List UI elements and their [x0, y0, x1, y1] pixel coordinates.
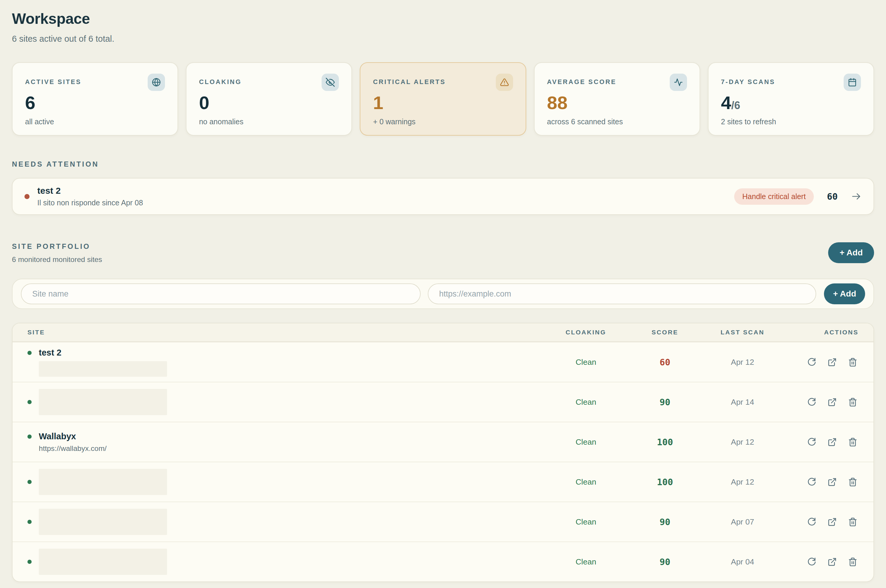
stat-card-7-day-scans: 7-DAY SCANS 4/6 2 sites to refresh: [708, 62, 874, 136]
arrow-right-icon[interactable]: [851, 191, 862, 202]
page-title: Workspace: [12, 10, 874, 27]
handle-critical-alert-badge[interactable]: Handle critical alert: [734, 188, 814, 205]
cloaking-status: Clean: [541, 557, 631, 567]
attention-score: 60: [827, 191, 838, 202]
add-site-form: + Add: [12, 279, 874, 309]
stat-value: 1: [373, 94, 513, 112]
redacted-site-name: [39, 549, 167, 575]
stat-sub: no anomalies: [199, 117, 339, 126]
stat-value: 4/6: [721, 94, 861, 112]
rescan-icon[interactable]: [806, 436, 817, 448]
calendar-icon: [844, 74, 861, 91]
stat-value: 88: [547, 94, 687, 112]
globe-icon: [148, 74, 165, 91]
active-status-dot: [27, 435, 32, 439]
cloaking-status: Clean: [541, 398, 631, 407]
stat-sub: + 0 warnings: [373, 117, 513, 126]
column-header-actions: ACTIONS: [786, 329, 860, 336]
needs-attention-section: NEEDS ATTENTION test 2 Il sito non rispo…: [12, 160, 874, 215]
rescan-icon[interactable]: [806, 476, 817, 488]
table-row: test 2 Clean 60 Apr 12: [12, 342, 874, 382]
table-row: Clean 90 Apr 07: [12, 502, 874, 542]
attention-site-name: test 2: [37, 186, 143, 196]
site-portfolio-heading: SITE PORTFOLIO: [12, 242, 102, 250]
delete-site-icon[interactable]: [847, 436, 859, 448]
workspace-page: Workspace 6 sites active out of 6 total.…: [0, 0, 886, 588]
delete-site-icon[interactable]: [847, 476, 859, 488]
site-score: 90: [631, 397, 699, 407]
cloaking-status: Clean: [541, 477, 631, 487]
stat-value: 6: [25, 94, 165, 112]
stat-value: 0: [199, 94, 339, 112]
cloaking-status: Clean: [541, 438, 631, 447]
last-scan-date: Apr 12: [699, 438, 786, 447]
attention-description: Il sito non risponde since Apr 08: [37, 198, 143, 207]
last-scan-date: Apr 12: [699, 358, 786, 367]
table-row: Clean 90 Apr 04: [12, 542, 874, 582]
last-scan-date: Apr 14: [699, 398, 786, 407]
active-status-dot: [27, 520, 32, 524]
site-score: 90: [631, 517, 699, 527]
last-scan-date: Apr 12: [699, 477, 786, 487]
site-score: 60: [631, 357, 699, 368]
open-site-icon[interactable]: [826, 396, 838, 408]
rescan-icon[interactable]: [806, 556, 817, 568]
open-site-icon[interactable]: [826, 356, 838, 368]
stat-value-suffix: /6: [731, 99, 740, 111]
stat-label: AVERAGE SCORE: [547, 78, 617, 86]
site-name: Wallabyx: [39, 432, 107, 441]
page-subtitle: 6 sites active out of 6 total.: [12, 34, 874, 44]
site-score: 100: [631, 437, 699, 447]
site-url-input[interactable]: [428, 284, 816, 304]
open-site-icon[interactable]: [826, 476, 838, 488]
open-site-icon[interactable]: [826, 436, 838, 448]
site-name-input[interactable]: [21, 284, 421, 304]
needs-attention-item[interactable]: test 2 Il sito non risponde since Apr 08…: [12, 178, 874, 215]
rescan-icon[interactable]: [806, 356, 817, 368]
cloaking-status: Clean: [541, 358, 631, 367]
stat-label: CLOAKING: [199, 78, 242, 86]
site-portfolio-subtitle: 6 monitored monitored sites: [12, 255, 102, 264]
activity-icon: [670, 74, 687, 91]
cloaking-status: Clean: [541, 518, 631, 526]
redacted-site-url: [39, 361, 167, 377]
redacted-site-name: [39, 509, 167, 535]
stat-label: 7-DAY SCANS: [721, 78, 775, 86]
add-site-button[interactable]: + Add: [828, 242, 874, 263]
column-header-cloaking: CLOAKING: [541, 329, 631, 336]
site-score: 100: [631, 477, 699, 487]
rescan-icon[interactable]: [806, 396, 817, 408]
stat-sub: 2 sites to refresh: [721, 117, 861, 126]
eye-off-icon: [322, 74, 339, 91]
last-scan-date: Apr 04: [699, 557, 786, 567]
stat-card-cloaking: CLOAKING 0 no anomalies: [186, 62, 352, 136]
critical-status-dot: [24, 194, 30, 199]
column-header-site: SITE: [27, 329, 541, 336]
table-header-row: SITE CLOAKING SCORE LAST SCAN ACTIONS: [12, 323, 874, 342]
delete-site-icon[interactable]: [847, 396, 859, 408]
add-site-submit-button[interactable]: + Add: [824, 284, 865, 304]
stat-sub: across 6 scanned sites: [547, 117, 687, 126]
redacted-site-name: [39, 389, 167, 415]
site-name: test 2: [39, 348, 167, 358]
delete-site-icon[interactable]: [847, 356, 859, 368]
open-site-icon[interactable]: [826, 556, 838, 568]
alert-triangle-icon: [496, 74, 513, 91]
rescan-icon[interactable]: [806, 516, 817, 528]
active-status-dot: [27, 351, 32, 355]
stat-label: ACTIVE SITES: [25, 78, 81, 86]
table-row: Clean 100 Apr 12: [12, 462, 874, 502]
stat-sub: all active: [25, 117, 165, 126]
stats-row: ACTIVE SITES 6 all active CLOAKING 0 no …: [12, 62, 874, 136]
active-status-dot: [27, 480, 32, 484]
site-url: https://wallabyx.com/: [39, 444, 107, 453]
open-site-icon[interactable]: [826, 516, 838, 528]
stat-card-critical-alerts: CRITICAL ALERTS 1 + 0 warnings: [360, 62, 526, 136]
delete-site-icon[interactable]: [847, 556, 859, 568]
delete-site-icon[interactable]: [847, 516, 859, 528]
needs-attention-heading: NEEDS ATTENTION: [12, 160, 874, 168]
column-header-last-scan: LAST SCAN: [699, 329, 786, 336]
table-row: Wallabyx https://wallabyx.com/ Clean 100…: [12, 422, 874, 462]
stat-card-average-score: AVERAGE SCORE 88 across 6 scanned sites: [534, 62, 700, 136]
stat-card-active-sites: ACTIVE SITES 6 all active: [12, 62, 178, 136]
